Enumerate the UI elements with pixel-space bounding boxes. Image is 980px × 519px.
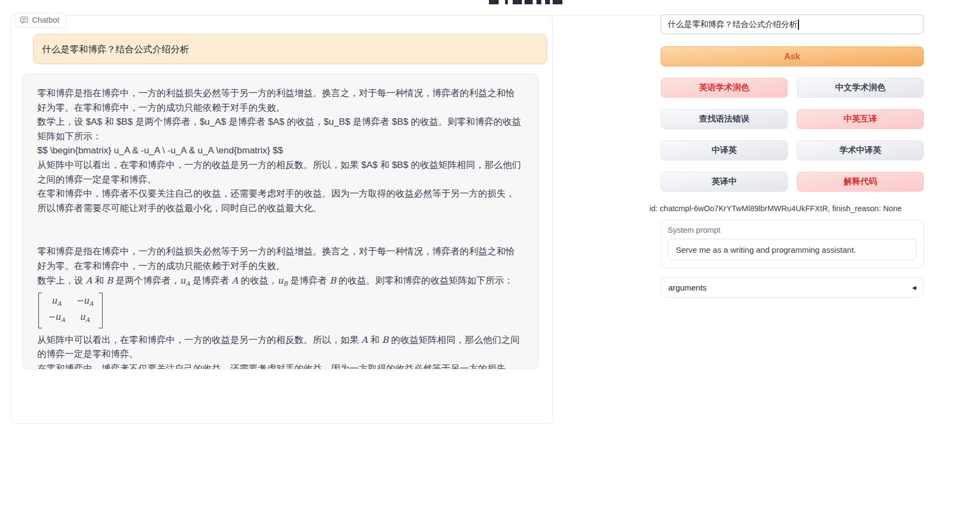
system-prompt-label: System prompt: [668, 226, 917, 234]
button-find-grammar-errors[interactable]: 查找语法错误: [661, 109, 788, 129]
bot-rendered-math-line: 数学上，设 A 和 B 是两个博弈者，uA 是博弈者 A 的收益，uB 是博弈者…: [37, 274, 523, 292]
button-zh-to-en[interactable]: 中译英: [661, 140, 788, 160]
system-prompt-group: System prompt Serve me as a writing and …: [661, 220, 924, 268]
math-var: B: [382, 335, 388, 345]
button-explain-code[interactable]: 解释代码: [797, 172, 924, 192]
user-message-text: 什么是零和博弈？结合公式介绍分析: [42, 43, 189, 56]
prompt-input[interactable]: 什么是零和博弈？结合公式介绍分析: [661, 15, 924, 34]
bot-rendered-p3: 从矩阵中可以看出，在零和博弈中，一方的收益是另一方的相反数。所以，如果 A 和 …: [37, 333, 523, 362]
math-var: A: [86, 275, 92, 286]
bot-rendered-p4: 在零和博弈中，博弈者不仅要关注自己的收益，还需要考虑对手的收益。因为一方取得的收…: [37, 362, 523, 369]
status-text: id: chatcmpl-6wOo7KrYTwMl89lbrMWRu4UkFFX…: [649, 204, 924, 213]
user-message: 什么是零和博弈？结合公式介绍分析: [33, 34, 547, 64]
payoff-matrix: uA −uA −uA uA: [38, 293, 103, 328]
system-prompt-value: Serve me as a writing and programming as…: [676, 245, 856, 254]
math-var: B: [330, 275, 336, 286]
chevron-left-icon: ◀: [912, 285, 916, 291]
bot-raw-p1: 零和博弈是指在博弈中，一方的利益损失必然等于另一方的利益增益。换言之，对于每一种…: [37, 86, 523, 115]
text-caret: [798, 19, 799, 30]
bot-paragraph-rendered: 零和博弈是指在博弈中，一方的利益损失必然等于另一方的利益增益。换言之，对于每一种…: [37, 245, 523, 369]
ask-button[interactable]: Ask: [661, 46, 924, 66]
button-english-academic-polish[interactable]: 英语学术润色: [661, 78, 788, 98]
bot-raw-latex: $$ \begin{bmatrix} u_A & -u_A \ -u_A & u…: [37, 144, 523, 158]
bot-raw-p5: 在零和博弈中，博弈者不仅要关注自己的收益，还需要考虑对手的收益。因为一方取得的收…: [37, 187, 523, 215]
bot-rendered-p1: 零和博弈是指在博弈中，一方的利益损失必然等于另一方的利益增益。换言之，对于每一种…: [37, 245, 523, 273]
math-var: A: [232, 275, 238, 286]
math-var: uB: [278, 275, 288, 286]
chat-bubble-icon: [20, 16, 28, 24]
button-zh-en-mutual-translate[interactable]: 中英互译: [797, 109, 924, 129]
bot-raw-p4: 从矩阵中可以看出，在零和博弈中，一方的收益是另一方的相反数。所以，如果 $A$ …: [37, 158, 523, 187]
arguments-accordion[interactable]: arguments ◀: [661, 277, 924, 298]
matrix-left-bracket: [38, 293, 42, 328]
math-var: B: [106, 275, 113, 286]
bot-message: 零和博弈是指在博弈中，一方的利益损失必然等于另一方的利益增益。换言之，对于每一种…: [22, 73, 539, 369]
button-en-to-zh[interactable]: 英译中: [661, 172, 788, 192]
matrix-right-bracket: [99, 293, 103, 328]
clipped-page-title: [485, 0, 566, 4]
math-var: uA: [180, 275, 190, 286]
system-prompt-input[interactable]: Serve me as a writing and programming as…: [668, 239, 917, 260]
button-chinese-academic-polish[interactable]: 中文学术润色: [797, 78, 924, 98]
bot-raw-p2: 数学上，设 $A$ 和 $B$ 是两个博弈者，$u_A$ 是博弈者 $A$ 的收…: [37, 115, 523, 144]
chatbot-label-tab: Chatbot: [15, 13, 66, 28]
control-column: 什么是零和博弈？结合公式介绍分析 Ask 英语学术润色 中文学术润色 查找语法错…: [661, 15, 924, 298]
button-academic-zh-to-en[interactable]: 学术中译英: [797, 140, 924, 160]
chatbot-label: Chatbot: [32, 16, 59, 24]
bot-paragraph-raw: 零和博弈是指在博弈中，一方的利益损失必然等于另一方的利益增益。换言之，对于每一种…: [37, 86, 523, 215]
app-root: Chatbot 什么是零和博弈？结合公式介绍分析 零和博弈是指在博弈中，一方的利…: [0, 0, 980, 519]
quick-action-grid: 英语学术润色 中文学术润色 查找语法错误 中英互译 中译英 学术中译英 英译中 …: [661, 78, 924, 192]
math-var: A: [361, 335, 368, 345]
chatbot-panel: Chatbot 什么是零和博弈？结合公式介绍分析 零和博弈是指在博弈中，一方的利…: [11, 15, 553, 424]
accordion-label: arguments: [668, 283, 707, 292]
prompt-input-value: 什么是零和博弈？结合公式介绍分析: [668, 19, 797, 30]
